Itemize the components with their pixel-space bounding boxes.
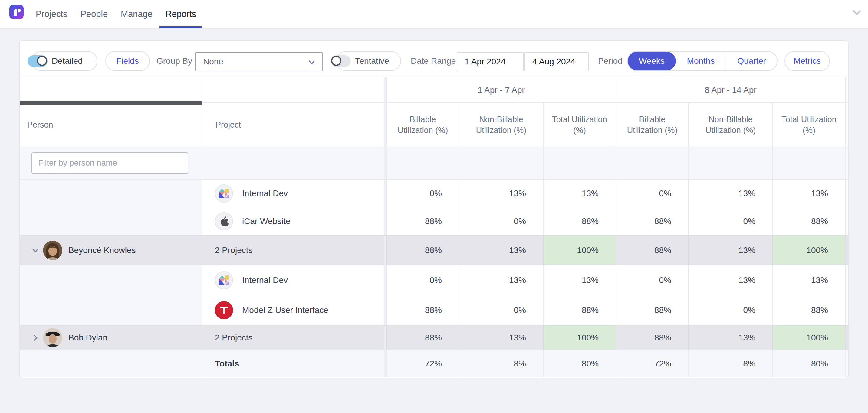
horizontal-scrollbar-thumb[interactable] — [20, 101, 202, 105]
frozen-pane-separator — [384, 236, 386, 265]
value-cell: 0% — [459, 207, 543, 235]
metrics-button-label: Metrics — [794, 56, 821, 66]
period-option-quarter[interactable]: Quarter — [726, 52, 777, 70]
date-end-input[interactable] — [525, 52, 589, 71]
value-cell: 72% — [616, 350, 688, 377]
tentative-toggle-label: Tentative — [355, 56, 389, 66]
value-cell-highlighted: 100% — [772, 236, 845, 265]
collapse-chevron-down-icon[interactable] — [852, 10, 861, 17]
value-cell: 80% — [772, 350, 845, 377]
value-cell: 8% — [459, 350, 543, 377]
utilization-table: 1 Apr - 7 Apr 8 Apr - 14 Apr Person Proj… — [20, 77, 848, 378]
toggle-knob-icon — [37, 56, 47, 66]
billable-utilization-header-week2: Billable Utilization (%) — [616, 103, 688, 147]
non-billable-utilization-header-week1: Non-Billable Utilization (%) — [459, 103, 543, 147]
value-cell: 0% — [386, 266, 459, 295]
frozen-pane-separator — [384, 180, 386, 207]
nav-item-projects[interactable]: Projects — [30, 0, 73, 28]
group-header-person-spacer — [20, 77, 202, 103]
runn-logo[interactable] — [9, 5, 24, 19]
value-cell: 0% — [688, 295, 772, 325]
frozen-pane-separator — [384, 103, 386, 147]
nav-item-manage[interactable]: Manage — [115, 0, 159, 28]
value-cell: 13% — [772, 266, 845, 295]
expand-row-chevron-right-icon[interactable] — [31, 334, 39, 342]
nav-item-reports[interactable]: Reports — [159, 0, 203, 28]
value-cell: 88% — [616, 236, 688, 265]
project-column-header: Project — [202, 103, 384, 147]
period-segmented-control: Weeks Months Quarter — [627, 51, 777, 71]
value-cell: 8% — [688, 350, 772, 377]
person-column-header: Person — [20, 103, 202, 147]
project-name: Internal Dev — [242, 275, 288, 285]
value-cell: 13% — [688, 236, 772, 265]
value-cell: 88% — [616, 295, 688, 325]
value-cell: 88% — [543, 207, 616, 235]
value-cell: 88% — [543, 295, 616, 325]
value-cell: 13% — [688, 180, 772, 207]
value-cell: 88% — [386, 207, 459, 235]
tentative-toggle-switch[interactable] — [331, 55, 351, 67]
top-navigation: Projects People Manage Reports — [0, 0, 868, 29]
project-name: Model Z User Interface — [242, 305, 329, 315]
filter-row — [20, 147, 848, 180]
billable-utilization-header-week1: Billable Utilization (%) — [386, 103, 459, 147]
value-cell: 88% — [386, 326, 459, 349]
date-start-input[interactable] — [457, 52, 524, 71]
date-range-label: Date Range — [411, 51, 456, 71]
frozen-pane-separator — [384, 295, 386, 325]
value-cell: 88% — [386, 295, 459, 325]
period-option-months[interactable]: Months — [676, 52, 726, 70]
person-summary-row[interactable]: Bob Dylan 2 Projects 88% 13% 100% 88% 13… — [20, 325, 848, 350]
value-cell: 0% — [616, 180, 688, 207]
non-billable-utilization-header-week2: Non-Billable Utilization (%) — [688, 103, 772, 147]
detailed-toggle-switch[interactable] — [28, 55, 48, 67]
value-cell: 80% — [543, 350, 616, 377]
total-utilization-header-week2: Total Utilization (%) — [772, 103, 845, 147]
group-by-select[interactable]: None — [195, 52, 322, 71]
avatar — [43, 241, 62, 260]
frozen-pane-separator — [384, 266, 386, 295]
person-name: Bob Dylan — [68, 333, 107, 343]
value-cell: 13% — [459, 180, 543, 207]
tentative-toggle-pill[interactable]: Tentative — [336, 51, 401, 71]
filter-project-cell — [202, 147, 384, 179]
project-count: 2 Projects — [202, 245, 253, 255]
report-toolbar: Detailed Fields Group By None Tentative … — [20, 41, 848, 77]
person-name: Beyoncé Knowles — [68, 245, 136, 255]
project-detail-row: Model Z User Interface 88% 0% 88% 88% 0%… — [20, 295, 848, 325]
value-cell: 13% — [772, 180, 845, 207]
frozen-pane-separator — [384, 77, 386, 103]
value-cell: 13% — [688, 266, 772, 295]
detailed-toggle-label: Detailed — [52, 56, 83, 66]
value-cell: 13% — [688, 326, 772, 349]
value-cell: 88% — [772, 295, 845, 325]
person-summary-row[interactable]: Beyoncé Knowles 2 Projects 88% 13% 100% … — [20, 235, 848, 266]
value-cell: 88% — [386, 236, 459, 265]
period-label: Period — [598, 51, 623, 71]
period-option-weeks[interactable]: Weeks — [628, 52, 676, 70]
avatar — [43, 328, 62, 347]
tesla-logo-icon — [215, 301, 233, 319]
toggle-knob-icon — [331, 56, 341, 66]
value-cell: 13% — [459, 236, 543, 265]
frozen-pane-separator — [384, 350, 386, 377]
value-cell: 88% — [772, 207, 845, 235]
group-by-selected-value: None — [203, 57, 223, 67]
detailed-toggle-pill[interactable]: Detailed — [31, 51, 97, 71]
week-group-2-header: 8 Apr - 14 Apr — [616, 77, 845, 103]
value-cell: 0% — [616, 266, 688, 295]
value-cell: 88% — [616, 326, 688, 349]
frozen-pane-separator — [384, 326, 386, 349]
value-cell: 13% — [459, 326, 543, 349]
group-by-label: Group By — [156, 51, 192, 71]
project-detail-row: iCar Website 88% 0% 88% 88% 0% 88% — [20, 207, 848, 235]
metrics-button[interactable]: Metrics — [784, 51, 830, 71]
fields-button[interactable]: Fields — [105, 51, 150, 71]
nav-item-people[interactable]: People — [74, 0, 114, 28]
collapse-row-chevron-down-icon[interactable] — [31, 246, 39, 254]
totals-row: Totals 72% 8% 80% 72% 8% 80% — [20, 350, 848, 377]
utilization-report-page: { "nav": { "items": ["Projects", "People… — [0, 0, 868, 413]
apple-logo-icon — [215, 212, 233, 230]
person-filter-input[interactable] — [31, 152, 188, 174]
